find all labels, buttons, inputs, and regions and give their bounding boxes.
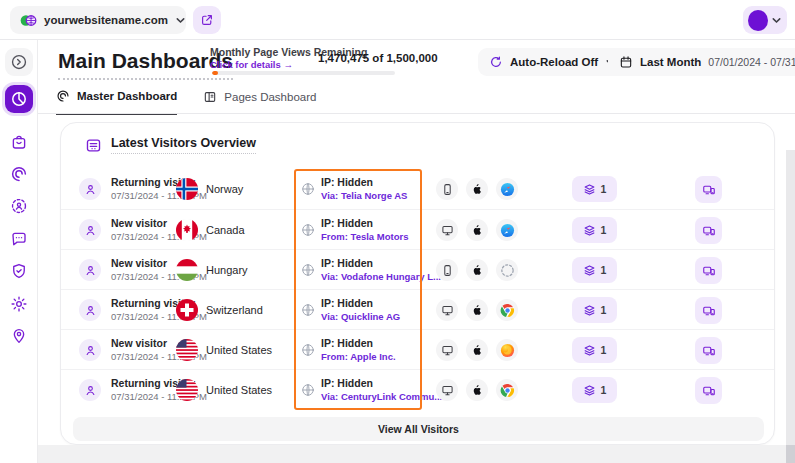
browser-chrome-icon (496, 299, 518, 321)
sidebar-item-settings[interactable] (5, 290, 33, 318)
view-all-visitors-button[interactable]: View All Visitors (73, 417, 764, 441)
os-apple-icon (466, 219, 488, 241)
ip-label: IP: Hidden (321, 297, 400, 309)
visitor-row[interactable]: New visitor 07/31/2024 - 11:48 PM Hungar… (61, 249, 774, 289)
ip-source-link[interactable]: Via: Vodafone Hungary L... (321, 271, 441, 282)
visitor-row[interactable]: New visitor 07/31/2024 - 11:29 PM United… (61, 329, 774, 369)
device-desktop-icon (436, 379, 458, 401)
period-label: Last Month (640, 56, 701, 68)
visits-count: 1 (601, 384, 607, 396)
ip-source-link[interactable]: From: Apple Inc. (321, 351, 396, 362)
shield-check-icon (10, 262, 28, 280)
sidebar-item-dashboards[interactable] (5, 85, 33, 113)
website-selector[interactable]: yourwebsitename.com (10, 6, 186, 34)
gear-icon (10, 295, 28, 313)
tab-pages-dashboard[interactable]: Pages Dashboard (203, 89, 316, 115)
compare-button[interactable] (695, 337, 722, 364)
date-range-value: 07/01/2024 - 07/31/2024 (708, 56, 795, 68)
ip-label: IP: Hidden (321, 176, 407, 188)
os-apple-icon (466, 299, 488, 321)
visits-badge[interactable]: 1 (572, 217, 617, 243)
visitor-row[interactable]: New visitor 07/31/2024 - 11:57 PM Canada… (61, 209, 774, 249)
dashboard-tabs: Master Dashboard Pages Dashboard (56, 89, 316, 115)
visitor-icon (79, 219, 101, 241)
browser-chrome-icon (496, 379, 518, 401)
scrollbar-track[interactable] (786, 150, 795, 445)
ip-label: IP: Hidden (321, 377, 442, 389)
compare-button[interactable] (695, 377, 722, 404)
globe-icon (301, 223, 315, 237)
visits-count: 1 (601, 224, 607, 236)
card-title: Latest Visitors Overview (111, 136, 256, 154)
stack-icon (583, 183, 596, 196)
open-website-button[interactable] (193, 6, 221, 34)
auto-reload-dropdown[interactable]: Auto-Reload Off (478, 48, 627, 76)
flag-us-icon (176, 379, 198, 401)
main-content: Main Dashboards Monthly Page Views Remai… (38, 40, 795, 463)
compare-button[interactable] (695, 217, 722, 244)
sidebar-item-communication[interactable] (5, 225, 33, 253)
ip-source-link[interactable]: From: Tesla Motors (321, 231, 408, 242)
ip-label: IP: Hidden (321, 337, 396, 349)
pages-icon (203, 90, 217, 104)
compare-button[interactable] (695, 257, 722, 284)
tab-master-dashboard[interactable]: Master Dashboard (56, 89, 177, 115)
page-title: Main Dashboards (58, 49, 233, 80)
visits-badge[interactable]: 1 (572, 257, 617, 283)
user-pin-icon (10, 327, 28, 345)
device-desktop-icon (436, 219, 458, 241)
latest-visitors-card: Latest Visitors Overview Returning visit… (60, 122, 775, 445)
ip-source-link[interactable]: Via: Quickline AG (321, 311, 400, 322)
visits-badge[interactable]: 1 (572, 377, 617, 403)
stack-icon (583, 264, 596, 277)
visits-count: 1 (601, 344, 607, 356)
visitor-row[interactable]: Returning visitor 07/31/2024 - 11:33 PM … (61, 289, 774, 329)
account-menu[interactable] (743, 6, 787, 34)
visitor-rows: Returning visitor 07/31/2024 - 11:58 PM … (61, 169, 774, 409)
scrollbar-thumb[interactable] (786, 445, 795, 463)
ip-source-link[interactable]: Via: CenturyLink Commu... (321, 391, 442, 402)
compare-icon (702, 183, 716, 197)
country-name: Norway (206, 183, 243, 195)
compare-icon (702, 344, 716, 358)
sidebar-item-privacy[interactable] (5, 257, 33, 285)
device-desktop-icon (436, 339, 458, 361)
swirl-icon (10, 165, 28, 183)
visits-count: 1 (601, 264, 607, 276)
sidebar-item-support[interactable] (5, 322, 33, 350)
visits-badge[interactable]: 1 (572, 297, 617, 323)
visits-badge[interactable]: 1 (572, 337, 617, 363)
ip-source-link[interactable]: Via: Telia Norge AS (321, 190, 407, 201)
flag-no-icon (176, 178, 198, 200)
visitor-row[interactable]: Returning visitor 07/31/2024 - 11:58 PM … (61, 169, 774, 209)
sidebar-item-behaviour[interactable] (5, 160, 33, 188)
globe-icon (301, 263, 315, 277)
page-background (38, 445, 795, 463)
tab-label: Master Dashboard (77, 90, 177, 102)
card-header: Latest Visitors Overview (85, 136, 256, 154)
visitor-icon (79, 259, 101, 281)
visits-badge[interactable]: 1 (572, 176, 617, 202)
app-window: yourwebsitename.com Main Dashboards Mont… (0, 0, 795, 463)
globe-icon (301, 343, 315, 357)
sidebar-expand-button[interactable] (5, 48, 33, 76)
flag-hu-icon (176, 259, 198, 281)
auto-reload-label: Auto-Reload Off (510, 56, 598, 68)
browser-firefox-icon (496, 339, 518, 361)
compare-button[interactable] (695, 176, 722, 203)
visitor-row[interactable]: Returning visitor 07/31/2024 - 11:27 PM … (61, 369, 774, 409)
chat-icon (10, 230, 28, 248)
compare-button[interactable] (695, 297, 722, 324)
refresh-icon (489, 55, 503, 69)
country-name: Hungary (206, 264, 248, 276)
sidebar-item-visitors[interactable] (5, 192, 33, 220)
chevron-circle-icon (10, 53, 28, 71)
ip-label: IP: Hidden (321, 217, 408, 229)
os-apple-icon (466, 379, 488, 401)
sidebar-item-modules[interactable] (5, 128, 33, 156)
website-name: yourwebsitename.com (44, 14, 168, 26)
country-name: United States (206, 344, 272, 356)
os-apple-icon (466, 259, 488, 281)
date-range-dropdown[interactable]: Last Month 07/01/2024 - 07/31/2024 (608, 48, 795, 76)
globe-icon (301, 182, 315, 196)
